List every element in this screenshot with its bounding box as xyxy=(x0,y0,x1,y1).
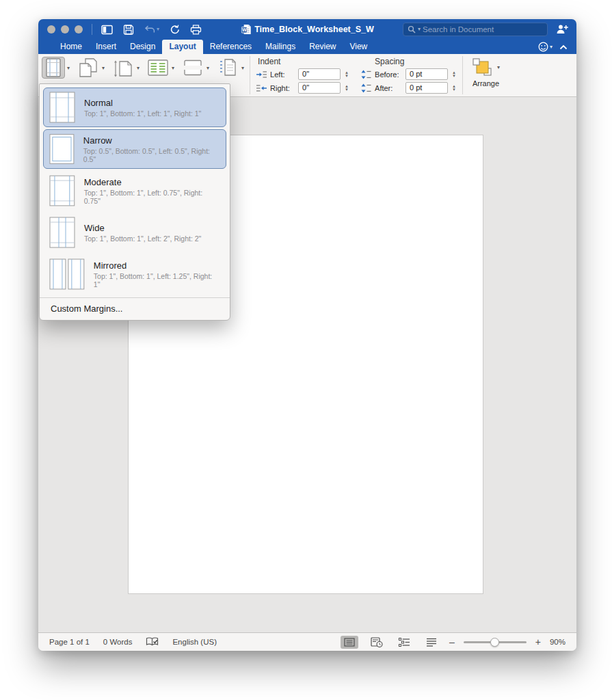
document-clock-icon xyxy=(371,637,383,647)
columns-caret-icon[interactable]: ▾ xyxy=(172,65,174,71)
indent-right-stepper[interactable]: ▲ ▼ xyxy=(345,85,349,92)
margins-option-mirrored[interactable]: Mirrored Top: 1", Bottom: 1", Left: 1.25… xyxy=(43,254,226,294)
outline-view-button[interactable] xyxy=(395,635,414,649)
spacing-before-stepper[interactable]: ▲ ▼ xyxy=(452,71,456,78)
page-count-status[interactable]: Page 1 of 1 xyxy=(49,638,90,646)
columns-button[interactable]: ▾ xyxy=(146,57,174,79)
arrange-icon xyxy=(472,57,494,77)
indent-right-field[interactable]: 0" xyxy=(298,82,341,94)
language-status[interactable]: English (US) xyxy=(172,638,217,646)
stepper-down-icon[interactable]: ▼ xyxy=(452,88,456,92)
arrange-group: ▾ Arrange xyxy=(463,54,509,96)
indent-left-field[interactable]: 0" xyxy=(298,68,341,80)
margins-button[interactable]: ▾ xyxy=(42,57,70,79)
margins-mirrored-thumbnail-icon xyxy=(49,258,85,290)
spelling-check-icon[interactable] xyxy=(146,637,159,647)
spacing-after-field[interactable]: 0 pt xyxy=(405,82,448,94)
margins-option-desc: Top: 0.5", Bottom: 0.5", Left: 0.5", Rig… xyxy=(83,147,220,163)
indent-left-stepper[interactable]: ▲ ▼ xyxy=(345,71,349,78)
margins-button-pressed[interactable] xyxy=(42,57,65,79)
save-icon xyxy=(123,25,134,35)
orientation-caret-icon[interactable]: ▾ xyxy=(102,65,105,71)
line-numbers-caret-icon[interactable]: ▾ xyxy=(241,65,244,71)
indent-right-label: Right: xyxy=(270,84,295,92)
size-button[interactable]: ▾ xyxy=(111,57,139,79)
close-window-button[interactable] xyxy=(47,25,55,33)
minimize-window-button[interactable] xyxy=(61,25,69,33)
title-bar: ▾ xyxy=(38,19,576,40)
arrange-button[interactable]: ▾ xyxy=(472,57,500,77)
web-layout-view-button[interactable] xyxy=(367,635,386,649)
arrange-caret-icon[interactable]: ▾ xyxy=(497,64,500,70)
undo-menu-caret-icon[interactable]: ▾ xyxy=(157,27,159,32)
redo-icon xyxy=(170,25,180,35)
custom-margins-menu-item[interactable]: Custom Margins... xyxy=(40,298,230,320)
document-title-area: W Time_Block_Worksheet_S_W xyxy=(241,24,374,35)
margins-option-desc: Top: 1", Bottom: 1", Left: 0.75", Right:… xyxy=(84,189,220,205)
print-button[interactable] xyxy=(190,25,202,35)
tab-mailings[interactable]: Mailings xyxy=(258,40,302,54)
titlebar-separator xyxy=(92,24,92,35)
spacing-after-label: After: xyxy=(375,84,402,92)
feedback-caret-icon: ▾ xyxy=(550,44,553,50)
zoom-out-button[interactable]: – xyxy=(449,636,455,647)
undo-button[interactable]: ▾ xyxy=(144,25,159,34)
margins-option-narrow[interactable]: Narrow Top: 0.5", Bottom: 0.5", Left: 0.… xyxy=(43,129,226,169)
tab-review[interactable]: Review xyxy=(302,40,343,54)
indent-group-title: Indent xyxy=(258,57,349,66)
breaks-button[interactable]: ▾ xyxy=(181,57,209,79)
feedback-smiley-button[interactable]: ▾ xyxy=(538,42,553,52)
tab-home[interactable]: Home xyxy=(53,40,89,54)
stepper-down-icon[interactable]: ▼ xyxy=(345,88,349,92)
redo-button[interactable] xyxy=(170,25,180,35)
indent-left-label: Left: xyxy=(270,70,295,79)
add-person-icon xyxy=(556,24,568,34)
zoom-window-button[interactable] xyxy=(75,25,83,33)
print-layout-view-button[interactable] xyxy=(341,636,358,649)
size-caret-icon[interactable]: ▾ xyxy=(137,65,139,71)
status-bar: Page 1 of 1 0 Words English (US) xyxy=(38,632,576,651)
stepper-down-icon[interactable]: ▼ xyxy=(452,75,456,78)
breaks-caret-icon[interactable]: ▾ xyxy=(207,65,209,71)
tab-layout[interactable]: Layout xyxy=(162,40,202,54)
tab-references[interactable]: References xyxy=(203,40,258,54)
line-numbers-icon xyxy=(218,58,237,77)
margins-moderate-thumbnail-icon xyxy=(49,175,75,206)
margins-option-desc: Top: 1", Bottom: 1", Left: 1.25", Right:… xyxy=(94,272,220,288)
document-area: Normal Top: 1", Bottom: 1", Left: 1", Ri… xyxy=(38,97,576,632)
tab-design[interactable]: Design xyxy=(123,40,162,54)
word-document-icon: W xyxy=(241,24,251,35)
search-input[interactable] xyxy=(423,25,543,33)
stepper-down-icon[interactable]: ▼ xyxy=(345,75,349,78)
margins-option-desc: Top: 1", Bottom: 1", Left: 2", Right: 2" xyxy=(84,234,201,243)
indent-left-icon xyxy=(256,70,267,79)
save-button[interactable] xyxy=(123,25,134,35)
line-numbers-button[interactable]: ▾ xyxy=(216,57,244,79)
margins-narrow-thumbnail-icon xyxy=(49,133,75,165)
draft-view-button[interactable] xyxy=(423,636,440,649)
zoom-level[interactable]: 90% xyxy=(550,638,566,646)
search-box[interactable]: ▾ xyxy=(403,23,548,36)
orientation-button[interactable]: ▾ xyxy=(77,57,105,79)
search-scope-caret-icon[interactable]: ▾ xyxy=(418,27,421,32)
draft-view-icon xyxy=(426,638,437,647)
zoom-slider-thumb[interactable] xyxy=(490,638,499,647)
zoom-in-button[interactable]: + xyxy=(535,636,541,647)
spacing-before-icon xyxy=(361,70,371,79)
sidebar-toggle-button[interactable] xyxy=(101,25,113,35)
undo-icon xyxy=(144,25,155,34)
collapse-ribbon-chevron-icon[interactable] xyxy=(559,44,568,50)
document-title: Time_Block_Worksheet_S_W xyxy=(254,25,374,34)
margins-option-moderate[interactable]: Moderate Top: 1", Bottom: 1", Left: 0.75… xyxy=(43,171,226,211)
margins-option-normal[interactable]: Normal Top: 1", Bottom: 1", Left: 1", Ri… xyxy=(43,88,226,127)
tab-insert[interactable]: Insert xyxy=(89,40,123,54)
margins-option-wide[interactable]: Wide Top: 1", Bottom: 1", Left: 2", Righ… xyxy=(43,213,226,252)
tab-view[interactable]: View xyxy=(343,40,374,54)
spacing-after-stepper[interactable]: ▲ ▼ xyxy=(452,85,456,92)
zoom-slider[interactable] xyxy=(464,638,527,647)
margins-caret-icon[interactable]: ▾ xyxy=(67,65,70,71)
word-count-status[interactable]: 0 Words xyxy=(103,638,133,646)
margins-wide-thumbnail-icon xyxy=(49,217,75,248)
share-button[interactable] xyxy=(556,24,568,37)
spacing-before-field[interactable]: 0 pt xyxy=(405,68,448,80)
